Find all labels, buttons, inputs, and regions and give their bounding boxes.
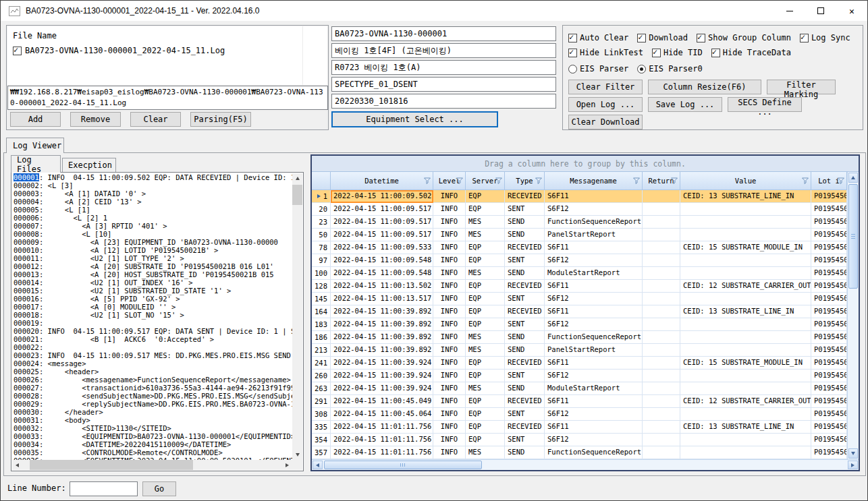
scroll-up-icon[interactable] xyxy=(848,173,858,183)
filter-icon[interactable] xyxy=(633,177,640,184)
filter-icon[interactable] xyxy=(671,177,678,184)
filter-marking-button[interactable]: Filter Marking xyxy=(767,80,836,94)
column-header-level[interactable]: Level xyxy=(433,172,466,190)
file-item[interactable]: BA0723-OVNA-1130-000001_2022-04-15_11.Lo… xyxy=(13,46,225,55)
table-row[interactable]: 2912022-04-15 11:00:45.049INFOEQPRECEVIE… xyxy=(312,395,847,408)
file-checkbox-icon[interactable] xyxy=(13,47,22,55)
table-row[interactable]: 2632022-04-15 11:00:39.924INFOMESSENDMod… xyxy=(312,382,847,395)
log-horizontal-scrollbar[interactable] xyxy=(12,460,292,470)
table-row[interactable]: 2602022-04-15 11:00:39.924INFOEQPSENTS6F… xyxy=(312,370,847,382)
table-row[interactable]: 12022-04-15 11:00:09.502INFOEQPRECEVIEDS… xyxy=(312,190,847,203)
cell-text: 97 xyxy=(319,255,327,266)
file-list-column-header[interactable]: File Name xyxy=(13,31,57,40)
maximize-button[interactable] xyxy=(805,1,836,21)
line-number-input[interactable] xyxy=(70,481,138,496)
column-header-return[interactable]: Return xyxy=(643,172,680,190)
clear-download-button[interactable]: Clear Download xyxy=(568,115,643,129)
table-row[interactable]: 1282022-04-15 11:00:13.502INFOEQPRECEVIE… xyxy=(312,280,847,293)
log-vertical-scrollbar[interactable] xyxy=(292,173,302,460)
column-header-messagename[interactable]: Messagename xyxy=(545,172,643,190)
table-row[interactable]: 3352022-04-15 11:01:11.756INFOEQPRECEVIE… xyxy=(312,421,847,434)
checkbox-auto-clear[interactable]: Auto Clear xyxy=(568,33,628,42)
table-row[interactable]: 972022-04-15 11:00:09.548INFOEQPSENTS6F1… xyxy=(312,254,847,267)
checkbox-download[interactable]: Download xyxy=(637,33,688,42)
checkbox-hide-linktest[interactable]: Hide LinkTest xyxy=(568,48,643,57)
table-row[interactable]: 1002022-04-15 11:00:09.548INFOMESSENDMod… xyxy=(312,267,847,280)
filter-icon[interactable] xyxy=(838,177,844,184)
table-row[interactable]: 1642022-04-15 11:00:39.892INFOEQPRECEVIE… xyxy=(312,305,847,318)
table-row[interactable]: 502022-04-15 11:00:09.517INFOMESSENDPane… xyxy=(312,229,847,241)
checkbox-hide-tracedata[interactable]: Hide TraceData xyxy=(711,48,791,57)
checkbox-hide-tid[interactable]: Hide TID xyxy=(652,48,703,57)
column-header-datetime[interactable]: Datetime xyxy=(331,172,433,190)
log-hscroll-thumb[interactable] xyxy=(30,460,193,470)
checkbox-log-sync[interactable]: Log Sync xyxy=(800,33,850,42)
equipment-id-field[interactable]: BA0723-OVNA-1130-000001 xyxy=(331,26,556,41)
table-row[interactable]: 782022-04-15 11:00:09.533INFOEQPRECEVIED… xyxy=(312,241,847,254)
table-row[interactable]: 1862022-04-15 11:00:39.892INFOMESSENDFun… xyxy=(312,331,847,344)
scroll-down-icon[interactable] xyxy=(848,448,858,459)
add-button[interactable]: Add xyxy=(10,112,61,127)
grid-hscroll-thumb[interactable] xyxy=(324,461,482,469)
scroll-right-icon[interactable] xyxy=(282,460,292,470)
remove-button[interactable]: Remove xyxy=(70,112,121,127)
log-line-text: : INFO 04-15 11:00:09.517 EQP: DATA SENT… xyxy=(39,327,292,335)
column-header-server[interactable]: Server xyxy=(466,172,505,190)
tab-log-files[interactable]: Log Files xyxy=(11,155,61,173)
go-button[interactable]: Go xyxy=(142,481,176,496)
table-row[interactable]: 3572022-04-15 11:01:11.756INFOMESSENDFun… xyxy=(312,446,847,459)
table-row[interactable]: 2132022-04-15 11:00:39.892INFOMESSENDPan… xyxy=(312,344,847,357)
file-list[interactable]: File Name BA0723-OVNA-1130-000001_2022-0… xyxy=(7,26,327,85)
table-row[interactable]: 3082022-04-15 11:00:45.064INFOEQPSENTS6F… xyxy=(312,408,847,421)
log-vscroll-thumb[interactable] xyxy=(292,185,302,205)
open-log-button[interactable]: Open Log ... xyxy=(568,97,643,112)
filter-icon[interactable] xyxy=(495,177,502,184)
equipment-name-field[interactable]: 베이킹 1호[4F] (고온베이킹) xyxy=(331,43,556,58)
room-field[interactable]: R0723 베이킹 1호(A) xyxy=(331,60,556,75)
save-log-button[interactable]: Save Log ... xyxy=(648,97,722,112)
table-row[interactable]: 1832022-04-15 11:00:39.892INFOEQPSENTS6F… xyxy=(312,318,847,331)
table-row[interactable]: 232022-04-15 11:00:09.517INFOMESSENDFunc… xyxy=(312,216,847,229)
secs-define-button[interactable]: SECS Define ... xyxy=(728,97,802,112)
column-header-value[interactable]: Value xyxy=(680,172,811,190)
clear-button[interactable]: Clear xyxy=(130,112,181,127)
equipment-select-button[interactable]: Equipment Select ... xyxy=(331,111,498,127)
grid-horizontal-scrollbar[interactable] xyxy=(312,459,859,470)
filter-icon[interactable] xyxy=(802,177,809,184)
parsing-f5-button[interactable]: Parsing(F5) xyxy=(190,112,251,127)
tab-log-viewer[interactable]: Log Viewer xyxy=(6,138,64,153)
table-cell: EQP xyxy=(466,434,505,446)
cell-text: 2022-04-15 11:00:39.892 xyxy=(333,345,431,353)
column-header-lot-i[interactable]: Lot i xyxy=(811,172,847,190)
cell-text: EQP xyxy=(468,243,481,251)
column-resize-f6-button[interactable]: Column Resize(F6) xyxy=(648,80,761,94)
close-button[interactable]: ✕ xyxy=(836,1,867,21)
scroll-left-icon[interactable] xyxy=(313,461,323,469)
checkbox-show-group-column[interactable]: Show Group Column xyxy=(697,33,791,42)
radio-eis-parser0[interactable]: EIS Parser0 xyxy=(637,64,702,73)
radio-eis-parser[interactable]: EIS Parser xyxy=(568,64,628,73)
grid-vscroll-thumb[interactable] xyxy=(848,184,858,289)
spectype-field[interactable]: SPECTYPE_01_DSENT xyxy=(331,77,556,92)
table-row[interactable]: 202022-04-15 11:00:09.517INFOEQPSENTS6F1… xyxy=(312,203,847,216)
minimize-button[interactable] xyxy=(774,1,805,21)
scroll-left-icon[interactable] xyxy=(12,460,22,470)
column-header-type[interactable]: Type xyxy=(505,172,545,190)
grid-group-panel[interactable]: Drag a column here to group by this colu… xyxy=(312,156,859,172)
table-row[interactable]: 3542022-04-15 11:01:11.756INFOEQPSENTS6F… xyxy=(312,434,847,446)
file-path-box[interactable]: ₩₩192.168.8.217₩eisap03_eislog₩BA0723-OV… xyxy=(7,86,328,110)
scroll-up-icon[interactable] xyxy=(292,173,302,183)
titlebar: BA0723-OVNA-1130-000001_2022-04-15_11 - … xyxy=(1,1,867,21)
log-text[interactable]: 000001: INFO 04-15 11:00:09.502 EQP: DAT… xyxy=(13,173,292,460)
table-row[interactable]: 2412022-04-15 11:00:39.924INFOEQPRECEVIE… xyxy=(312,357,847,370)
scroll-right-icon[interactable] xyxy=(848,461,858,469)
grid-vertical-scrollbar[interactable] xyxy=(847,172,859,459)
spec-date-field[interactable]: 20220330_101816 xyxy=(331,94,556,109)
scroll-down-icon[interactable] xyxy=(292,450,302,460)
filter-icon[interactable] xyxy=(535,177,542,184)
table-row[interactable]: 1452022-04-15 11:00:13.517INFOEQPSENTS6F… xyxy=(312,293,847,305)
clear-filter-button[interactable]: Clear Filter xyxy=(568,80,643,94)
tab-exception[interactable]: Execption xyxy=(62,158,116,172)
filter-icon[interactable] xyxy=(456,177,463,184)
filter-icon[interactable] xyxy=(424,177,431,184)
